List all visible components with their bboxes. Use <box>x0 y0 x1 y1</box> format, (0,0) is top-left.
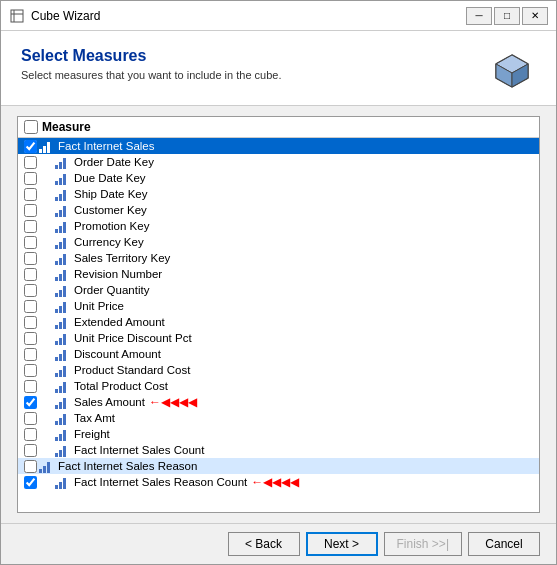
item-checkbox[interactable] <box>24 460 37 473</box>
item-label: Tax Amt <box>74 412 115 424</box>
item-label: Freight <box>74 428 110 440</box>
item-checkbox[interactable] <box>24 412 37 425</box>
item-checkbox[interactable] <box>24 316 37 329</box>
list-item[interactable]: Customer Key <box>18 202 539 218</box>
list-item[interactable]: Extended Amount <box>18 314 539 330</box>
item-label: Unit Price Discount Pct <box>74 332 192 344</box>
footer: < Back Next > Finish >>| Cancel <box>1 523 556 564</box>
list-item[interactable]: Product Standard Cost <box>18 362 539 378</box>
bar-chart-icon <box>39 139 55 153</box>
minimize-button[interactable]: ─ <box>466 7 492 25</box>
finish-button[interactable]: Finish >>| <box>384 532 462 556</box>
bar-chart-icon <box>55 411 71 425</box>
list-item[interactable]: Due Date Key <box>18 170 539 186</box>
window-controls: ─ □ ✕ <box>466 7 548 25</box>
app-icon <box>9 8 25 24</box>
bar-chart-icon <box>55 267 71 281</box>
item-label: Order Quantity <box>74 284 149 296</box>
item-checkbox[interactable] <box>24 364 37 377</box>
item-checkbox[interactable] <box>24 268 37 281</box>
item-checkbox[interactable] <box>24 252 37 265</box>
bar-chart-icon <box>55 155 71 169</box>
item-checkbox[interactable] <box>24 332 37 345</box>
item-label: Product Standard Cost <box>74 364 190 376</box>
item-checkbox[interactable] <box>24 172 37 185</box>
list-item[interactable]: Revision Number <box>18 266 539 282</box>
svg-rect-0 <box>11 10 23 22</box>
item-checkbox[interactable] <box>24 476 37 489</box>
header-checkbox[interactable] <box>24 120 38 134</box>
item-label: Due Date Key <box>74 172 146 184</box>
list-item[interactable]: Ship Date Key <box>18 186 539 202</box>
bar-chart-icon <box>55 347 71 361</box>
close-button[interactable]: ✕ <box>522 7 548 25</box>
item-label: Customer Key <box>74 204 147 216</box>
list-item[interactable]: Order Date Key <box>18 154 539 170</box>
bar-chart-icon <box>55 475 71 489</box>
item-checkbox[interactable] <box>24 428 37 441</box>
item-label: Extended Amount <box>74 316 165 328</box>
bar-chart-icon <box>55 331 71 345</box>
list-item[interactable]: Unit Price <box>18 298 539 314</box>
list-item[interactable]: Fact Internet Sales Reason <box>18 458 539 474</box>
list-item[interactable]: Unit Price Discount Pct <box>18 330 539 346</box>
header-section: Select Measures Select measures that you… <box>1 31 556 106</box>
item-label: Fact Internet Sales <box>58 140 155 152</box>
bar-chart-icon <box>39 459 55 473</box>
list-item[interactable]: Fact Internet Sales Count <box>18 442 539 458</box>
list-item[interactable]: Currency Key <box>18 234 539 250</box>
item-checkbox[interactable] <box>24 444 37 457</box>
item-checkbox[interactable] <box>24 156 37 169</box>
next-button[interactable]: Next > <box>306 532 378 556</box>
arrow-annotation: ←◀◀◀◀ <box>149 395 197 409</box>
cancel-button[interactable]: Cancel <box>468 532 540 556</box>
item-label: Total Product Cost <box>74 380 168 392</box>
item-label: Order Date Key <box>74 156 154 168</box>
item-label: Fact Internet Sales Reason Count <box>74 476 247 488</box>
bar-chart-icon <box>55 395 71 409</box>
list-item[interactable]: Sales Amount←◀◀◀◀ <box>18 394 539 410</box>
list-item[interactable]: Tax Amt <box>18 410 539 426</box>
bar-chart-icon <box>55 251 71 265</box>
list-header: Measure <box>18 117 539 138</box>
measures-list[interactable]: Measure Fact Internet Sales Order Date K… <box>17 116 540 513</box>
main-window: Cube Wizard ─ □ ✕ Select Measures Select… <box>0 0 557 565</box>
window-title: Cube Wizard <box>31 9 466 23</box>
bar-chart-icon <box>55 443 71 457</box>
bar-chart-icon <box>55 283 71 297</box>
item-checkbox[interactable] <box>24 204 37 217</box>
item-label: Promotion Key <box>74 220 149 232</box>
item-checkbox[interactable] <box>24 284 37 297</box>
item-checkbox[interactable] <box>24 140 37 153</box>
bar-chart-icon <box>55 203 71 217</box>
items-container: Fact Internet Sales Order Date Key Due D… <box>18 138 539 490</box>
item-checkbox[interactable] <box>24 236 37 249</box>
list-item[interactable]: Sales Territory Key <box>18 250 539 266</box>
cube-icon <box>488 47 536 95</box>
bar-chart-icon <box>55 187 71 201</box>
back-button[interactable]: < Back <box>228 532 300 556</box>
item-checkbox[interactable] <box>24 396 37 409</box>
arrow-annotation: ←◀◀◀◀ <box>251 475 299 489</box>
bar-chart-icon <box>55 363 71 377</box>
item-label: Fact Internet Sales Count <box>74 444 204 456</box>
header-label: Measure <box>42 120 91 134</box>
bar-chart-icon <box>55 299 71 313</box>
item-checkbox[interactable] <box>24 220 37 233</box>
item-checkbox[interactable] <box>24 380 37 393</box>
list-item[interactable]: Order Quantity <box>18 282 539 298</box>
list-item[interactable]: Fact Internet Sales <box>18 138 539 154</box>
maximize-button[interactable]: □ <box>494 7 520 25</box>
list-item[interactable]: Promotion Key <box>18 218 539 234</box>
item-checkbox[interactable] <box>24 188 37 201</box>
bar-chart-icon <box>55 315 71 329</box>
list-item[interactable]: Discount Amount <box>18 346 539 362</box>
bar-chart-icon <box>55 219 71 233</box>
item-label: Sales Territory Key <box>74 252 170 264</box>
item-checkbox[interactable] <box>24 348 37 361</box>
list-item[interactable]: Freight <box>18 426 539 442</box>
content-area: Measure Fact Internet Sales Order Date K… <box>1 106 556 523</box>
list-item[interactable]: Fact Internet Sales Reason Count←◀◀◀◀ <box>18 474 539 490</box>
list-item[interactable]: Total Product Cost <box>18 378 539 394</box>
item-checkbox[interactable] <box>24 300 37 313</box>
